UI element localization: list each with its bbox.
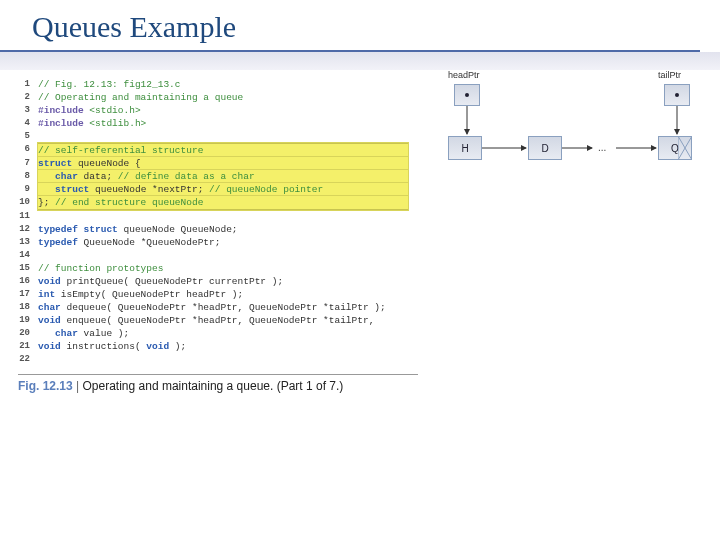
line-number: 8	[18, 170, 38, 183]
code-source: struct queueNode *nextPtr; // queueNode …	[38, 183, 408, 196]
code-line: 1// Fig. 12.13: fig12_13.c	[18, 78, 418, 91]
code-line: 16void printQueue( QueueNodePtr currentP…	[18, 275, 418, 288]
title-area: Queues Example	[0, 0, 720, 48]
code-source: typedef struct queueNode QueueNode;	[38, 223, 238, 236]
caption-text: Fig. 12.13 | Operating and maintaining a…	[18, 379, 418, 393]
line-number: 3	[18, 104, 38, 117]
code-line: 18char dequeue( QueueNodePtr *headPtr, Q…	[18, 301, 418, 314]
line-number: 7	[18, 157, 38, 170]
line-number: 9	[18, 183, 38, 196]
code-line: 6// self-referential structure	[18, 143, 418, 157]
figure-caption: Fig. 12.13 | Operating and maintaining a…	[18, 374, 418, 393]
line-number: 22	[18, 353, 38, 366]
code-line: 22	[18, 353, 418, 366]
code-source: // self-referential structure	[38, 143, 408, 157]
line-number: 11	[18, 210, 38, 223]
line-number: 2	[18, 91, 38, 104]
code-line: 14	[18, 249, 418, 262]
code-line: 11	[18, 210, 418, 223]
code-line: 10}; // end structure queueNode	[18, 196, 418, 210]
line-number: 5	[18, 130, 38, 143]
caption-rule	[18, 374, 418, 375]
line-number: 20	[18, 327, 38, 340]
code-source: }; // end structure queueNode	[38, 196, 408, 210]
code-source: #include <stdio.h>	[38, 104, 141, 117]
line-number: 1	[18, 78, 38, 91]
line-number: 12	[18, 223, 38, 236]
line-number: 18	[18, 301, 38, 314]
line-number: 14	[18, 249, 38, 262]
line-number: 21	[18, 340, 38, 353]
caption-separator: |	[76, 379, 79, 393]
code-line: 13typedef QueueNode *QueueNodePtr;	[18, 236, 418, 249]
code-source: char value );	[38, 327, 129, 340]
decorative-band	[0, 52, 720, 70]
line-number: 15	[18, 262, 38, 275]
code-line: 8 char data; // define data as a char	[18, 170, 418, 183]
code-source: // Fig. 12.13: fig12_13.c	[38, 78, 181, 91]
code-source: char dequeue( QueueNodePtr *headPtr, Que…	[38, 301, 386, 314]
caption-fig-number: Fig. 12.13	[18, 379, 73, 393]
code-listing: 1// Fig. 12.13: fig12_13.c2// Operating …	[18, 78, 418, 366]
code-line: 5	[18, 130, 418, 143]
code-line: 4#include <stdlib.h>	[18, 117, 418, 130]
line-number: 4	[18, 117, 38, 130]
queue-diagram: headPtr tailPtr H D ... Q	[432, 70, 712, 190]
code-line: 19void enqueue( QueueNodePtr *headPtr, Q…	[18, 314, 418, 327]
caption-body: Operating and maintaining a queue. (Part…	[83, 379, 344, 393]
code-source: void printQueue( QueueNodePtr currentPtr…	[38, 275, 283, 288]
code-source: int isEmpty( QueueNodePtr headPtr );	[38, 288, 243, 301]
line-number: 17	[18, 288, 38, 301]
diagram-arrows	[432, 70, 712, 200]
code-line: 2// Operating and maintaining a queue	[18, 91, 418, 104]
code-source: struct queueNode {	[38, 157, 408, 170]
code-line: 3#include <stdio.h>	[18, 104, 418, 117]
code-source: typedef QueueNode *QueueNodePtr;	[38, 236, 220, 249]
code-source: void instructions( void );	[38, 340, 186, 353]
line-number: 16	[18, 275, 38, 288]
code-source: // Operating and maintaining a queue	[38, 91, 243, 104]
code-line: 9 struct queueNode *nextPtr; // queueNod…	[18, 183, 418, 196]
line-number: 19	[18, 314, 38, 327]
line-number: 6	[18, 143, 38, 157]
code-line: 12typedef struct queueNode QueueNode;	[18, 223, 418, 236]
line-number: 13	[18, 236, 38, 249]
code-line: 15// function prototypes	[18, 262, 418, 275]
code-source: char data; // define data as a char	[38, 170, 408, 183]
code-source: // function prototypes	[38, 262, 163, 275]
slide-title: Queues Example	[32, 10, 700, 44]
code-source: #include <stdlib.h>	[38, 117, 146, 130]
code-source: void enqueue( QueueNodePtr *headPtr, Que…	[38, 314, 374, 327]
line-number: 10	[18, 196, 38, 210]
code-line: 7struct queueNode {	[18, 157, 418, 170]
code-line: 21void instructions( void );	[18, 340, 418, 353]
code-line: 17int isEmpty( QueueNodePtr headPtr );	[18, 288, 418, 301]
code-line: 20 char value );	[18, 327, 418, 340]
